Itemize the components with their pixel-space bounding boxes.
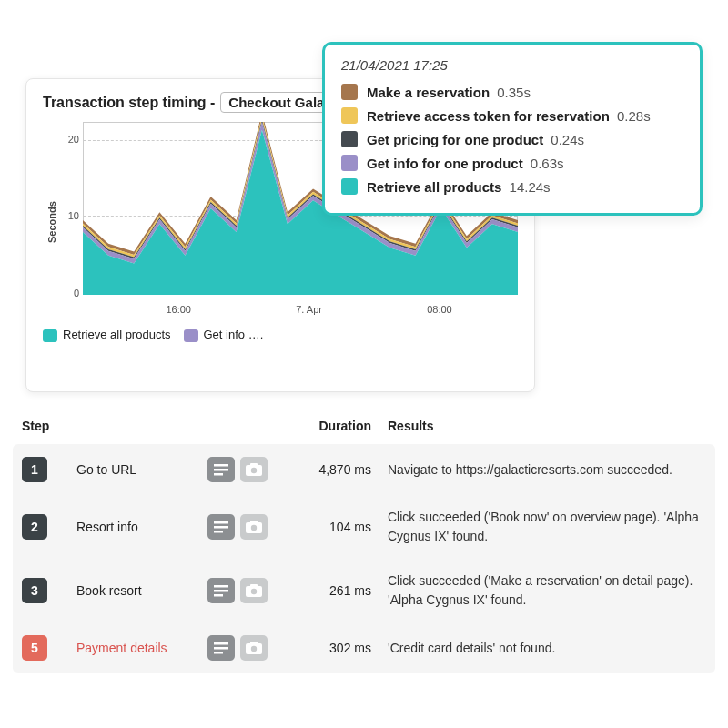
table-row: 2Resort info104 msClick succeeded ('Book… <box>13 495 715 559</box>
series-value: 0.24s <box>547 132 584 147</box>
screenshot-icon[interactable] <box>240 635 268 661</box>
step-number-badge: 5 <box>22 635 47 661</box>
log-icon[interactable] <box>207 578 235 603</box>
series-label: Retrieve all products <box>367 179 501 195</box>
legend-item[interactable]: Retrieve all products <box>43 328 171 342</box>
step-duration: 302 ms <box>293 641 384 655</box>
step-result: 'Credit card details' not found. <box>388 639 706 658</box>
series-value: 0.63s <box>527 156 564 171</box>
chart-legend: Retrieve all productsGet info …. <box>43 328 518 342</box>
step-name: Resort info <box>76 520 204 534</box>
step-duration: 4,870 ms <box>293 462 384 477</box>
y-axis-ticks: 0 10 20 <box>57 122 83 295</box>
svg-rect-19 <box>214 647 228 650</box>
series-swatch <box>341 155 358 171</box>
screenshot-icon[interactable] <box>240 578 268 603</box>
step-duration: 261 ms <box>293 583 384 598</box>
svg-rect-0 <box>214 464 228 467</box>
tooltip-timestamp: 21/04/2021 17:25 <box>341 57 683 73</box>
svg-rect-12 <box>214 585 228 588</box>
svg-point-17 <box>251 589 257 594</box>
series-label: Get pricing for one product <box>367 132 543 147</box>
svg-rect-10 <box>250 521 258 524</box>
legend-item[interactable]: Get info …. <box>184 328 264 342</box>
svg-point-23 <box>251 646 257 652</box>
svg-rect-20 <box>214 652 223 654</box>
step-name: Payment details <box>76 641 204 655</box>
series-value: 14.24s <box>505 179 550 195</box>
col-step: Step <box>22 419 204 433</box>
tooltip-row: Retrieve all products 14.24s <box>341 175 683 198</box>
screenshot-icon[interactable] <box>240 514 268 540</box>
svg-point-11 <box>251 525 257 531</box>
screenshot-icon[interactable] <box>240 457 268 482</box>
legend-label: Get info …. <box>204 328 264 341</box>
svg-rect-22 <box>250 642 258 645</box>
svg-rect-16 <box>250 584 258 588</box>
svg-rect-6 <box>214 521 228 524</box>
series-swatch <box>341 84 358 100</box>
svg-rect-18 <box>214 642 228 645</box>
step-result: Click succeeded ('Make a reservation' on… <box>388 571 706 610</box>
svg-rect-4 <box>250 463 258 467</box>
svg-rect-14 <box>214 594 223 597</box>
svg-point-5 <box>251 468 257 473</box>
col-results: Results <box>388 419 706 433</box>
chart-tooltip: 21/04/2021 17:25 Make a reservation 0.35… <box>322 42 703 216</box>
log-icon[interactable] <box>207 514 235 540</box>
svg-rect-7 <box>214 526 228 529</box>
legend-label: Retrieve all products <box>63 328 171 341</box>
series-value: 0.28s <box>613 108 651 124</box>
step-table: Step Duration Results 1Go to URL4,870 ms… <box>13 419 715 673</box>
table-row: 5Payment details302 ms'Credit card detai… <box>13 622 715 673</box>
step-number-badge: 1 <box>22 457 47 482</box>
step-result: Navigate to https://galacticresorts.com … <box>388 460 706 480</box>
legend-swatch <box>43 329 57 342</box>
table-row: 1Go to URL4,870 msNavigate to https://ga… <box>13 444 715 495</box>
series-label: Get info for one product <box>367 156 523 171</box>
series-label: Make a reservation <box>367 85 490 100</box>
series-swatch <box>341 178 358 195</box>
series-label: Retrieve access token for reservation <box>367 108 610 124</box>
tooltip-row: Get info for one product 0.63s <box>341 151 683 175</box>
step-number-badge: 3 <box>22 578 47 603</box>
x-axis-ticks: 16:00 7. Apr 08:00 <box>83 304 518 322</box>
step-name: Go to URL <box>76 462 204 477</box>
tooltip-row: Retrieve access token for reservation 0.… <box>341 104 683 127</box>
step-number-badge: 2 <box>22 514 47 540</box>
log-icon[interactable] <box>207 635 235 661</box>
legend-swatch <box>184 329 198 342</box>
table-header: Step Duration Results <box>13 419 715 444</box>
svg-rect-2 <box>214 473 223 476</box>
col-duration: Duration <box>293 419 384 433</box>
tooltip-row: Make a reservation 0.35s <box>341 80 683 104</box>
table-row: 3Book resort261 msClick succeeded ('Make… <box>13 559 715 622</box>
svg-rect-13 <box>214 590 228 592</box>
step-result: Click succeeded ('Book now' on overview … <box>388 508 706 546</box>
tooltip-row: Get pricing for one product 0.24s <box>341 127 683 151</box>
series-swatch <box>341 107 358 124</box>
log-icon[interactable] <box>207 457 235 482</box>
series-value: 0.35s <box>493 85 531 100</box>
svg-rect-1 <box>214 469 228 471</box>
step-name: Book resort <box>76 583 204 598</box>
chart-title-prefix: Transaction step timing - <box>43 95 215 111</box>
svg-rect-8 <box>214 531 223 533</box>
chart-ylabel: Seconds <box>43 122 57 322</box>
step-duration: 104 ms <box>293 520 384 534</box>
series-swatch <box>341 131 358 147</box>
